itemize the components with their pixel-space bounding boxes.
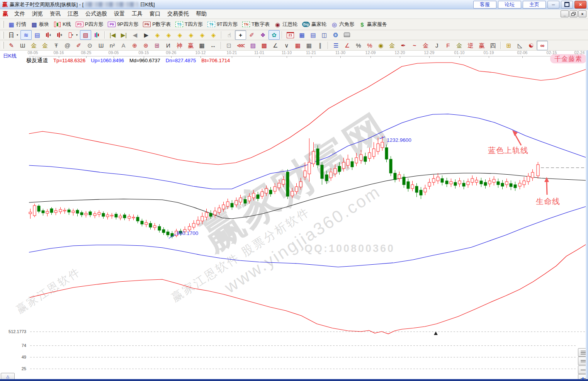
f-angle-tool[interactable]: F xyxy=(442,41,454,50)
menu-item-5[interactable]: 公式选股 xyxy=(82,9,110,19)
diamond-converge[interactable]: ◈ xyxy=(185,30,197,40)
diamond-expand[interactable]: ◈ xyxy=(208,30,219,40)
taiji-tool[interactable]: ☯ xyxy=(525,41,537,50)
dark-grid-tool[interactable]: ▦ xyxy=(303,41,314,50)
kline-view[interactable]: K线 xyxy=(51,20,73,29)
percent-line-tool[interactable]: % xyxy=(364,41,375,50)
scale-bars-tool[interactable]: ☰ xyxy=(330,41,342,50)
fan-grid-tool[interactable]: ▩ xyxy=(258,41,270,50)
cycle-circle-tool[interactable]: ⊙ xyxy=(84,41,95,50)
crosshair-tool[interactable]: + xyxy=(235,30,246,40)
quick-link-1[interactable]: 客服 xyxy=(473,1,496,9)
export-tool[interactable]: ❂ xyxy=(330,30,341,40)
close-button[interactable]: × xyxy=(574,1,586,9)
market-quotes[interactable]: ▦行情 xyxy=(6,20,29,29)
infinity-tool[interactable]: ∞ xyxy=(537,41,548,50)
nav-last[interactable]: ▶| xyxy=(118,30,129,40)
gold-bar-tool[interactable]: 金 xyxy=(386,41,398,50)
ying-tool[interactable]: 赢 xyxy=(185,41,196,50)
web-grid-tool[interactable]: ⊞ xyxy=(151,41,163,50)
grid-yellow-tool[interactable]: ⊞ xyxy=(503,41,514,50)
t-number-table[interactable]: TNT数字表 xyxy=(240,20,272,29)
si-angle-tool[interactable]: 四 xyxy=(487,41,498,50)
diamond-left[interactable]: ◈ xyxy=(152,30,163,40)
trend-plot-tool[interactable]: ◺ xyxy=(514,41,525,50)
shen-tool[interactable]: 神 xyxy=(174,41,185,50)
period-day-dropdown[interactable]: 日▾ xyxy=(6,30,20,40)
spiral-tool[interactable]: @ xyxy=(62,41,73,50)
f-gauge[interactable]: Ŧ xyxy=(51,41,62,50)
menu-item-4[interactable]: 江恩 xyxy=(64,9,82,19)
p-number-table[interactable]: PNP数字表 xyxy=(141,20,173,29)
p-square[interactable]: PSP四方形 xyxy=(73,20,106,29)
comb-ruler[interactable]: Ш xyxy=(17,41,28,50)
wave-angle-tool[interactable]: ~ xyxy=(409,41,420,50)
menu-item-6[interactable]: 设置 xyxy=(110,9,128,19)
gold-slant-tool[interactable]: 金 xyxy=(454,41,465,50)
menu-item-9[interactable]: 交易委托 xyxy=(164,9,192,19)
n-wave-tool[interactable]: И xyxy=(163,41,174,50)
save-tool[interactable]: ◫ xyxy=(319,30,330,40)
compass-tool[interactable]: ✎ xyxy=(6,41,17,50)
comb-ruler-2[interactable]: Ш xyxy=(95,41,107,50)
gold-gauge-1[interactable]: 金 xyxy=(28,41,39,50)
gann-shape-tool[interactable]: ❖ xyxy=(257,30,269,40)
nav-first[interactable]: |◀ xyxy=(107,30,118,40)
quick-link-3[interactable]: 主页 xyxy=(523,1,546,9)
calculator-tool[interactable]: ▦ xyxy=(296,30,308,40)
9p-square[interactable]: P99P四方形 xyxy=(105,20,141,29)
minimize-button[interactable]: ─ xyxy=(547,1,559,9)
mdi-close-button[interactable]: × xyxy=(578,10,586,17)
red-frame-tool[interactable]: ▧ xyxy=(80,30,91,40)
9t-square[interactable]: T99T四方形 xyxy=(205,20,240,29)
hexagon[interactable]: ◎六角形 xyxy=(329,20,357,29)
histogram-style[interactable] xyxy=(91,30,102,40)
width-arrow-tool[interactable]: ↔ xyxy=(207,41,219,50)
menu-item-10[interactable]: 帮助 xyxy=(192,9,210,19)
angle-line-tool[interactable]: ∠ xyxy=(270,41,281,50)
box-frame-tool[interactable]: ⊡ xyxy=(223,41,235,50)
fan-rays-tool[interactable]: ⋘ xyxy=(235,41,247,50)
bars-3[interactable]: 3 xyxy=(43,30,54,40)
gann-wheel[interactable]: ◉江恩轮 xyxy=(272,20,300,29)
sectors[interactable]: ▩板块 xyxy=(29,20,51,29)
red-grid-tool[interactable]: ▦ xyxy=(292,41,303,50)
menu-item-8[interactable]: 窗口 xyxy=(146,9,164,19)
candle-style-dropdown[interactable]: ▾▾ xyxy=(65,30,80,40)
fan-box-tool[interactable]: ▨ xyxy=(247,41,258,50)
percent-tool[interactable]: % xyxy=(353,41,364,50)
curve-overlay[interactable]: ≋ xyxy=(20,30,32,40)
diamond-swap[interactable]: ◈ xyxy=(174,30,185,40)
mirror-tool[interactable]: A xyxy=(118,41,129,50)
quick-link-2[interactable]: 论坛 xyxy=(498,1,521,9)
winner-wheel[interactable]: Big赢家轮 xyxy=(300,20,329,29)
gold-angle-tool[interactable]: 金 xyxy=(420,41,431,50)
menu-item-3[interactable]: 资讯 xyxy=(46,9,64,19)
calendar-tool[interactable]: 21 xyxy=(284,30,296,40)
ying-angle-tool[interactable]: 赢 xyxy=(476,41,487,50)
winner-service[interactable]: $赢家服务 xyxy=(357,20,389,29)
info-panel[interactable]: ▤ xyxy=(32,30,43,40)
print-tool[interactable] xyxy=(341,30,352,40)
v-wave-tool[interactable]: ∨ xyxy=(281,41,292,50)
menu-item-7[interactable]: 工具 xyxy=(128,9,146,19)
mdi-minimize-button[interactable]: _ xyxy=(561,10,569,17)
menu-item-2[interactable]: 浏览 xyxy=(29,9,46,19)
smart-tool[interactable]: ✿ xyxy=(269,30,280,40)
n-squared-tool[interactable]: n² xyxy=(107,41,118,50)
grid-123-tool[interactable]: ▦ xyxy=(196,41,207,50)
red-marker-tool[interactable]: ✐ xyxy=(73,41,84,50)
bars-9[interactable]: 9 xyxy=(54,30,65,40)
ni-angle-tool[interactable]: 逆 xyxy=(465,41,476,50)
angle-percent-tool[interactable]: ∠ xyxy=(342,41,353,50)
brush-tool[interactable]: ✒ xyxy=(398,41,409,50)
diamond-cross[interactable]: ◈ xyxy=(197,30,208,40)
nav-prev[interactable]: ◀ xyxy=(129,30,141,40)
hand-tool[interactable]: ☝ xyxy=(224,30,235,40)
gold-circle-tool[interactable]: ◉ xyxy=(375,41,386,50)
slant-lines-tool[interactable]: ∥ xyxy=(314,41,326,50)
mdi-restore-button[interactable] xyxy=(569,10,578,17)
menu-item-1[interactable]: 文件 xyxy=(11,9,29,19)
j-angle-tool[interactable]: J xyxy=(431,41,442,50)
t-square[interactable]: TST四方形 xyxy=(173,20,205,29)
